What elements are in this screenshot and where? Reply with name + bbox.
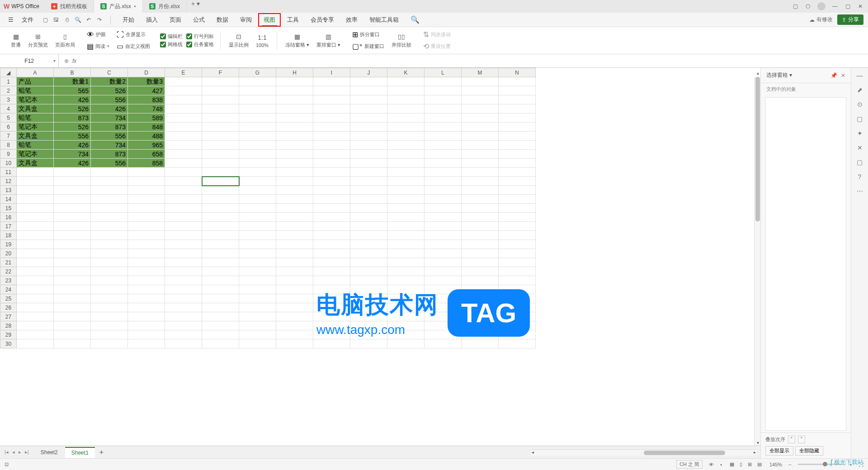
- tab-view[interactable]: 视图: [258, 13, 281, 27]
- cell-L9[interactable]: [425, 150, 462, 159]
- cell-A30[interactable]: [17, 339, 54, 348]
- cell-M26[interactable]: [462, 303, 499, 312]
- cell-K17[interactable]: [387, 222, 425, 231]
- cell-N7[interactable]: [499, 132, 536, 141]
- cell-L16[interactable]: [425, 213, 462, 222]
- cell-M20[interactable]: [462, 249, 499, 258]
- cell-A25[interactable]: [17, 294, 54, 303]
- cell-K28[interactable]: [387, 321, 425, 330]
- cell-N14[interactable]: [499, 195, 536, 204]
- cell-C25[interactable]: [91, 294, 128, 303]
- cell-G14[interactable]: [239, 195, 276, 204]
- cell-M8[interactable]: [462, 141, 499, 150]
- cell-E10[interactable]: [165, 159, 202, 168]
- cell-L23[interactable]: [425, 276, 462, 285]
- cell-D30[interactable]: [128, 339, 165, 348]
- cell-A1[interactable]: 产品: [17, 77, 54, 86]
- tool-icon-1[interactable]: ⊙: [856, 100, 864, 108]
- cell-D23[interactable]: [128, 276, 165, 285]
- cell-H19[interactable]: [276, 240, 313, 249]
- cell-N26[interactable]: [499, 303, 536, 312]
- lang-indicator[interactable]: CH 之 简: [676, 460, 703, 469]
- col-header-K[interactable]: K: [387, 68, 425, 77]
- vertical-scrollbar[interactable]: ▴ ▾: [754, 77, 760, 446]
- cell-L4[interactable]: [425, 104, 462, 113]
- cell-M12[interactable]: [462, 177, 499, 186]
- cell-E1[interactable]: [165, 77, 202, 86]
- row-header-8[interactable]: 8: [0, 141, 17, 150]
- cell-A9[interactable]: 笔记本: [17, 150, 54, 159]
- check-editbar[interactable]: 编辑栏: [160, 33, 183, 40]
- cell-L13[interactable]: [425, 186, 462, 195]
- cell-E11[interactable]: [165, 168, 202, 177]
- cell-B2[interactable]: 565: [54, 86, 91, 95]
- close-panel-icon[interactable]: ✕: [841, 72, 845, 79]
- cell-G8[interactable]: [239, 141, 276, 150]
- cell-A5[interactable]: 铅笔: [17, 113, 54, 122]
- cell-H15[interactable]: [276, 204, 313, 213]
- cell-K5[interactable]: [387, 113, 425, 122]
- cell-L30[interactable]: [425, 339, 462, 348]
- cell-C1[interactable]: 数量2: [91, 77, 128, 86]
- zoom-slider[interactable]: [798, 464, 843, 465]
- cell-B19[interactable]: [54, 240, 91, 249]
- cell-I1[interactable]: [313, 77, 350, 86]
- cell-N16[interactable]: [499, 213, 536, 222]
- cell-L22[interactable]: [425, 267, 462, 276]
- cell-B6[interactable]: 526: [54, 122, 91, 132]
- cell-L25[interactable]: [425, 294, 462, 303]
- menu-button[interactable]: ☰: [5, 14, 17, 25]
- cell-M21[interactable]: [462, 258, 499, 267]
- check-rowcol[interactable]: 行号列标: [186, 33, 214, 40]
- undo-icon[interactable]: ↶: [85, 16, 92, 24]
- cell-I2[interactable]: [313, 86, 350, 95]
- cell-A21[interactable]: [17, 258, 54, 267]
- cell-E2[interactable]: [165, 86, 202, 95]
- cell-C5[interactable]: 734: [91, 113, 128, 122]
- cell-N30[interactable]: [499, 339, 536, 348]
- tab-insert[interactable]: 插入: [141, 13, 163, 27]
- cell-F8[interactable]: [202, 141, 239, 150]
- row-header-6[interactable]: 6: [0, 122, 17, 132]
- cell-I10[interactable]: [313, 159, 350, 168]
- cell-E13[interactable]: [165, 186, 202, 195]
- select-icon[interactable]: ⬈: [856, 86, 864, 94]
- cell-M23[interactable]: [462, 276, 499, 285]
- cell-B11[interactable]: [54, 168, 91, 177]
- cell-C24[interactable]: [91, 285, 128, 294]
- cell-K20[interactable]: [387, 249, 425, 258]
- tab-review[interactable]: 审阅: [235, 13, 257, 27]
- cell-F11[interactable]: [202, 168, 239, 177]
- close-button[interactable]: ✕: [857, 3, 863, 9]
- cell-I14[interactable]: [313, 195, 350, 204]
- row-header-10[interactable]: 10: [0, 159, 17, 168]
- tab-tools[interactable]: 工具: [282, 13, 304, 27]
- cell-M30[interactable]: [462, 339, 499, 348]
- cell-I23[interactable]: [313, 276, 350, 285]
- avatar[interactable]: [817, 2, 826, 10]
- file-menu[interactable]: 文件: [18, 14, 37, 26]
- cell-E27[interactable]: [165, 312, 202, 321]
- cell-G23[interactable]: [239, 276, 276, 285]
- cell-A22[interactable]: [17, 267, 54, 276]
- col-header-D[interactable]: D: [128, 68, 165, 77]
- add-sheet-button[interactable]: +: [96, 448, 107, 456]
- cell-M29[interactable]: [462, 330, 499, 339]
- cell-J18[interactable]: [350, 231, 387, 240]
- cell-C10[interactable]: 556: [91, 159, 128, 168]
- cell-K13[interactable]: [387, 186, 425, 195]
- row-header-23[interactable]: 23: [0, 276, 17, 285]
- tab-efficiency[interactable]: 效率: [340, 13, 363, 27]
- cell-L3[interactable]: [425, 95, 462, 104]
- cell-G25[interactable]: [239, 294, 276, 303]
- cell-G20[interactable]: [239, 249, 276, 258]
- cell-F16[interactable]: [202, 213, 239, 222]
- cell-M2[interactable]: [462, 86, 499, 95]
- cell-G17[interactable]: [239, 222, 276, 231]
- cell-F24[interactable]: [202, 285, 239, 294]
- cell-E4[interactable]: [165, 104, 202, 113]
- cell-C3[interactable]: 556: [91, 95, 128, 104]
- cell-I8[interactable]: [313, 141, 350, 150]
- cell-F23[interactable]: [202, 276, 239, 285]
- cell-N13[interactable]: [499, 186, 536, 195]
